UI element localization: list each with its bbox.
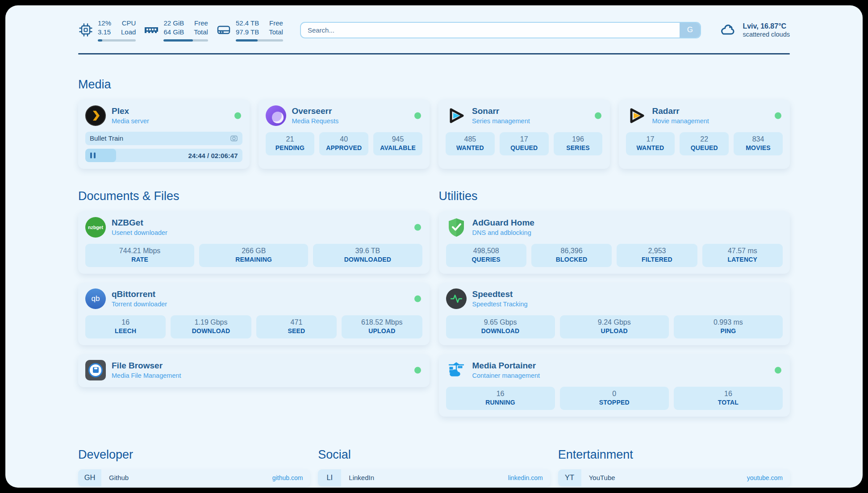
stat-running: 16 RUNNING: [446, 387, 555, 410]
cpu-icon: [78, 22, 93, 38]
weather-condition: scattered clouds: [743, 31, 790, 38]
stat-queries: 498,508 QUERIES: [446, 244, 526, 267]
cloud-icon: [718, 21, 737, 39]
cpu-progress-bar: [98, 39, 136, 42]
status-online-dot: [414, 112, 421, 119]
search-provider-button[interactable]: G: [680, 23, 700, 38]
portainer-icon: [446, 360, 467, 380]
plex-icon: [85, 105, 106, 126]
app-subtitle: Torrent downloader: [112, 301, 167, 308]
bookmark-name: YouTube: [581, 474, 615, 481]
stat-seed: 471 SEED: [256, 315, 337, 338]
bookmark-group-developer: Developer GH Github github.com SO StackO…: [78, 448, 310, 488]
status-online-dot: [234, 112, 241, 119]
stat-approved: 40 APPROVED: [319, 132, 368, 155]
stat-stopped: 0 STOPPED: [560, 387, 669, 410]
section-title-media: Media: [78, 78, 790, 92]
stat-available: 945 AVAILABLE: [373, 132, 422, 155]
bookmark-url: github.com: [272, 474, 310, 481]
section-title-social: Social: [318, 448, 550, 462]
stat-download: 1.19 Gbps DOWNLOAD: [171, 315, 251, 338]
bookmark-linkedin[interactable]: LI LinkedIn linkedin.com: [318, 469, 550, 486]
app-card-overseerr[interactable]: Overseerr Media Requests 21 PENDING 40 A…: [259, 100, 430, 169]
search-bar: G: [300, 22, 701, 38]
status-online-dot: [775, 112, 781, 119]
filebrowser-icon: [85, 360, 106, 380]
bookmark-github[interactable]: GH Github github.com: [78, 469, 310, 486]
status-online-dot: [414, 367, 421, 373]
session-camera-icon[interactable]: [230, 134, 238, 142]
sonarr-icon: [446, 105, 466, 126]
app-name: File Browser: [112, 361, 181, 371]
stat-movies: 834 MOVIES: [734, 132, 783, 155]
dashboard-page: 12% 3.15 CPU Load: [5, 5, 863, 488]
section-title-documents: Documents & Files: [78, 189, 430, 203]
app-name: Speedtest: [472, 289, 528, 300]
bookmark-abbr: YT: [558, 469, 581, 486]
stat-filtered: 2,953 FILTERED: [617, 244, 697, 267]
status-online-dot: [595, 112, 601, 119]
pause-icon[interactable]: [90, 152, 96, 158]
app-card-plex[interactable]: Plex Media server Bullet Train: [78, 100, 250, 169]
cpu-stat: 12% 3.15 CPU Load: [78, 19, 136, 42]
app-subtitle: Container management: [472, 372, 540, 379]
app-card-qbittorrent[interactable]: qb qBittorrent Torrent downloader 16 LEE…: [78, 283, 430, 345]
stat-series: 196 SERIES: [554, 132, 603, 155]
disk-icon: [216, 22, 231, 38]
app-card-speedtest[interactable]: Speedtest Speedtest Tracking 9.65 Gbps D…: [439, 283, 790, 345]
app-name: NZBGet: [112, 218, 167, 228]
cpu-label: CPU: [121, 19, 136, 28]
stat-blocked: 86,396 BLOCKED: [531, 244, 612, 267]
stat-wanted: 485 WANTED: [446, 132, 495, 155]
adguard-icon: [446, 217, 467, 238]
stat-latency: 47.57 ms LATENCY: [702, 244, 783, 267]
status-online-dot: [414, 224, 421, 230]
app-card-sonarr[interactable]: Sonarr Series management 485 WANTED 17 Q…: [438, 100, 610, 169]
speedtest-icon: [446, 288, 467, 309]
ram-progress-bar: [163, 39, 208, 42]
bookmark-youtube[interactable]: YT YouTube youtube.com: [558, 469, 790, 486]
cpu-usage-value: 12%: [98, 19, 111, 28]
bookmark-name: Github: [101, 474, 129, 481]
app-subtitle: DNS and adblocking: [472, 229, 534, 236]
memory-stat: 22 GiB 64 GiB Free Total: [144, 19, 208, 42]
bookmark-url: youtube.com: [747, 474, 790, 481]
ram-total-value: 64 GiB: [163, 28, 184, 37]
radarr-icon: [626, 105, 647, 126]
disk-free-value: 52.4 TB: [236, 19, 259, 28]
nzbget-icon: nzbget: [85, 217, 106, 238]
ram-total-label: Total: [194, 28, 208, 37]
stat-wanted: 17 WANTED: [626, 132, 675, 155]
load-label: Load: [121, 28, 136, 37]
search-input[interactable]: [300, 22, 701, 38]
stat-queued: 17 QUEUED: [500, 132, 549, 155]
stat-total: 16 TOTAL: [674, 387, 783, 410]
app-name: AdGuard Home: [472, 218, 534, 228]
app-card-filebrowser[interactable]: File Browser Media File Management: [78, 354, 430, 387]
disk-stat: 52.4 TB 97.9 TB Free Total: [216, 19, 283, 42]
app-card-portainer[interactable]: Media Portainer Container management 16 …: [439, 354, 790, 417]
app-subtitle: Usenet downloader: [112, 229, 167, 236]
stat-upload: 9.24 Gbps UPLOAD: [560, 315, 669, 338]
app-name: Radarr: [652, 106, 709, 117]
disk-total-value: 97.9 TB: [236, 28, 259, 37]
app-card-nzbget[interactable]: nzbget NZBGet Usenet downloader 744.21 M…: [78, 211, 430, 274]
status-online-dot: [414, 295, 421, 302]
qbittorrent-icon: qb: [85, 288, 106, 309]
stat-upload: 618.52 Mbps UPLOAD: [342, 315, 422, 338]
weather-location-temp: Lviv, 16.87°C: [743, 22, 790, 30]
bookmark-group-entertainment: Entertainment YT YouTube youtube.com NF …: [558, 448, 790, 488]
app-name: Plex: [112, 106, 149, 117]
app-card-radarr[interactable]: Radarr Movie management 17 WANTED 22 QUE…: [619, 100, 790, 169]
ram-free-label: Free: [194, 19, 208, 28]
weather-widget: Lviv, 16.87°C scattered clouds: [718, 21, 790, 39]
section-title-utilities: Utilities: [439, 189, 790, 203]
stat-download: 9.65 Gbps DOWNLOAD: [446, 315, 555, 338]
app-subtitle: Speedtest Tracking: [472, 301, 528, 308]
app-card-adguard[interactable]: AdGuard Home DNS and adblocking 498,508 …: [439, 211, 790, 274]
ram-free-value: 22 GiB: [163, 19, 184, 28]
disk-free-label: Free: [269, 19, 283, 28]
cpu-load-value: 3.15: [98, 28, 111, 37]
stat-ping: 0.993 ms PING: [674, 315, 783, 338]
playback-progress-bar: 24:44 / 02:06:47: [85, 149, 242, 162]
